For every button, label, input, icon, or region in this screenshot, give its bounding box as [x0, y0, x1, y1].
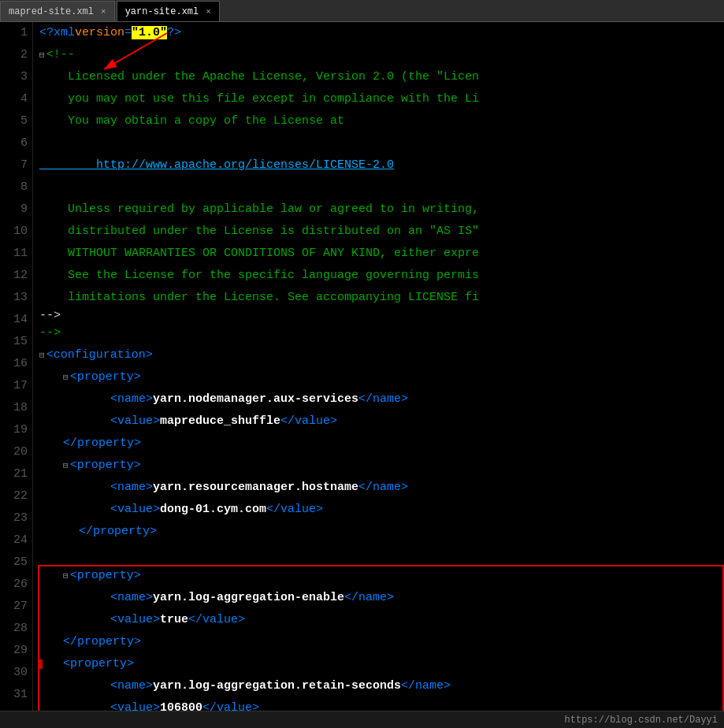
tab-yarn-close[interactable]: × [206, 7, 211, 17]
tab-bar: mapred-site.xml × yarn-site.xml × [0, 0, 724, 22]
code-line-18: <value>mapreduce_shuffle</value> [39, 410, 724, 433]
comment-close-tag: --> [39, 322, 61, 344]
prolog-attr: version [75, 22, 124, 44]
fold-icon-15[interactable]: ⊟ [39, 344, 45, 366]
code-line-11: WITHOUT WARRANTIES OR CONDITIONS OF ANY … [39, 243, 724, 265]
name-open-17: <name> [110, 388, 153, 410]
code-lines: <?xml version="1.0"?> ⊟<!-- Licensed und… [33, 22, 724, 711]
code-line-14: --> [39, 322, 724, 344]
code-line-26: <name>yarn.log-aggregation-enable</name> [39, 587, 724, 609]
red-box-wrapper: ⊟<property> <name>yarn.log-aggregation-e… [39, 565, 724, 711]
code-line-16: ⊟<property> [39, 366, 724, 388]
code-line-1: <?xml version="1.0"?> [39, 22, 724, 44]
comment-line-9: Unless required by applicable law or agr… [39, 199, 479, 221]
value-open-22: <value> [110, 499, 160, 521]
comment-link[interactable]: http://www.apache.org/licenses/LICENSE-2… [39, 154, 394, 176]
name-open-21: <name> [110, 477, 153, 499]
name-close-21: </name> [358, 477, 408, 499]
code-line-5: You may obtain a copy of the License at [39, 110, 724, 132]
fold-icon-20[interactable]: ⊟ [63, 455, 69, 477]
name-value-17: yarn.nodemanager.aux-services [153, 388, 358, 410]
name-open-30: <name> [110, 675, 153, 697]
fold-icon-16[interactable]: ⊟ [63, 366, 69, 388]
value-close-27: </value> [188, 609, 245, 631]
name-open-26: <name> [110, 587, 153, 609]
fold-icon-2[interactable]: ⊟ [39, 44, 45, 66]
code-line-20: ⊟<property> [39, 455, 724, 477]
name-close-26: </name> [344, 587, 394, 609]
code-line-28: </property> [39, 631, 724, 653]
name-close-30: </name> [401, 675, 451, 697]
error-indicator-29 [39, 659, 43, 669]
property-open-25: <property> [70, 565, 141, 587]
value-open-18: <value> [110, 410, 160, 433]
status-bar: https://blog.csdn.net/Dayyi [0, 711, 724, 728]
value-close-18: </value> [280, 410, 337, 433]
code-line-3: Licensed under the Apache License, Versi… [39, 66, 724, 88]
code-line-22: <value>dong-01.cym.com</value> [39, 499, 724, 521]
code-line-17: <name>yarn.nodemanager.aux-services</nam… [39, 388, 724, 410]
tab-mapred-close[interactable]: × [101, 7, 106, 17]
config-open-tag: <configuration> [46, 344, 153, 366]
code-line-25: ⊟<property> [39, 565, 724, 587]
prolog-val: "1.0" [132, 22, 167, 44]
tab-mapred-label: mapred-site.xml [9, 6, 94, 17]
code-line-7: http://www.apache.org/licenses/LICENSE-2… [39, 154, 724, 176]
property-close-23: </property> [79, 521, 157, 543]
code-line-4: you may not use this file except in comp… [39, 88, 724, 110]
code-line-8 [39, 176, 724, 199]
code-area: 1 2 3 4 5 6 7 8 9 10 11 12 13 14 15 16 1… [0, 22, 724, 711]
property-open-20: <property> [70, 455, 141, 477]
code-line-10: distributed under the License is distrib… [39, 221, 724, 243]
prolog-open: <?xml [39, 22, 75, 44]
value-value-18: mapreduce_shuffle [160, 410, 280, 433]
editor-window: mapred-site.xml × yarn-site.xml × 1 2 3 … [0, 0, 724, 728]
code-line-2: ⊟<!-- [39, 44, 724, 66]
code-line-12: See the License for the specific languag… [39, 265, 724, 287]
code-line-31: <value>106800</value> [39, 697, 724, 711]
value-open-27: <value> [110, 609, 160, 631]
line-numbers: 1 2 3 4 5 6 7 8 9 10 11 12 13 14 15 16 1… [0, 22, 33, 711]
property-close-28: </property> [63, 631, 141, 653]
tab-mapred[interactable]: mapred-site.xml × [0, 1, 115, 21]
property-open-16: <property> [70, 366, 141, 388]
value-open-31: <value> [110, 697, 160, 711]
fold-icon-25[interactable]: ⊟ [63, 565, 69, 587]
comment-line-11: WITHOUT WARRANTIES OR CONDITIONS OF ANY … [39, 243, 479, 265]
code-line-6 [39, 132, 724, 154]
comment-open-tag: <!-- [46, 44, 75, 66]
value-close-31: </value> [202, 697, 259, 711]
status-link: https://blog.csdn.net/Dayyi [565, 715, 718, 726]
value-value-27: true [160, 609, 188, 631]
comment-line-4: you may not use this file except in comp… [39, 88, 479, 110]
code-line-13: limitations under the License. See accom… [39, 287, 724, 309]
code-line-24 [39, 543, 724, 565]
value-value-31: 106800 [160, 697, 202, 711]
prolog-eq: = [124, 22, 132, 44]
property-open-29: <property> [63, 653, 134, 675]
code-line-30: <name>yarn.log-aggregation.retain-second… [39, 675, 724, 697]
value-value-22: dong-01.cym.com [160, 499, 266, 521]
code-line-29: <property> [39, 653, 724, 675]
prolog-close: ?> [167, 22, 181, 44]
comment-line-12: See the License for the specific languag… [39, 265, 479, 287]
name-value-26: yarn.log-aggregation-enable [153, 587, 344, 609]
comment-line-3: Licensed under the Apache License, Versi… [39, 66, 479, 88]
code-line-19: </property> [39, 433, 724, 455]
tab-yarn[interactable]: yarn-site.xml × [117, 1, 220, 21]
code-line-9: Unless required by applicable law or agr… [39, 199, 724, 221]
value-close-22: </value> [266, 499, 323, 521]
comment-line-13: limitations under the License. See accom… [39, 287, 479, 309]
code-line-21: <name>yarn.resourcemanager.hostname</nam… [39, 477, 724, 499]
name-close-17: </name> [358, 388, 408, 410]
property-close-19: </property> [63, 433, 141, 455]
comment-line-10: distributed under the License is distrib… [39, 221, 479, 243]
code-line-27: <value>true</value> [39, 609, 724, 631]
tab-yarn-label: yarn-site.xml [125, 6, 199, 17]
code-line-15: ⊟<configuration> [39, 344, 724, 366]
name-value-21: yarn.resourcemanager.hostname [153, 477, 358, 499]
name-value-30: yarn.log-aggregation.retain-seconds [153, 675, 401, 697]
code-line-23: </property> [39, 521, 724, 543]
comment-line-5: You may obtain a copy of the License at [39, 110, 344, 132]
